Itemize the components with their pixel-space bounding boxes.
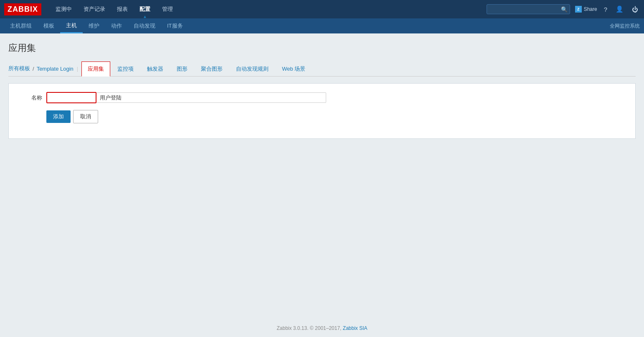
tab-triggers[interactable]: 触发器 xyxy=(141,61,170,77)
subnav-hostgroups[interactable]: 主机群组 xyxy=(4,18,38,33)
name-input-highlighted[interactable] xyxy=(46,92,96,103)
tab-screens[interactable]: 聚合图形 xyxy=(195,61,229,77)
name-input-main[interactable] xyxy=(96,92,326,103)
search-wrap: 🔍 xyxy=(487,4,570,14)
tab-applications[interactable]: 应用集 xyxy=(81,61,110,77)
share-button[interactable]: Z Share xyxy=(575,6,597,13)
add-button[interactable]: 添加 xyxy=(46,110,71,123)
footer-text: Zabbix 3.0.13. © 2001–2017, xyxy=(276,325,341,331)
user-icon[interactable]: 👤 xyxy=(614,5,625,13)
top-nav: ZABBIX 监测中 资产记录 报表 配置 管理 🔍 Z Share ? 👤 ⏻ xyxy=(0,0,644,18)
subnav-maintenance[interactable]: 维护 xyxy=(83,18,105,33)
footer-link[interactable]: Zabbix SIA xyxy=(343,325,368,331)
cancel-button[interactable]: 取消 xyxy=(73,110,98,123)
subnav-right-label: 全网监控系统 xyxy=(610,23,640,30)
tab-items[interactable]: 监控项 xyxy=(111,61,140,77)
name-label: 名称 xyxy=(17,94,42,102)
nav-reports[interactable]: 报表 xyxy=(111,0,134,18)
breadcrumb-tabs-row: 所有模板 / Template Login | 应用集 监控项 触发器 图形 聚… xyxy=(8,61,636,77)
name-field-group xyxy=(46,92,326,103)
logo[interactable]: ZABBIX xyxy=(4,3,41,15)
power-icon[interactable]: ⏻ xyxy=(630,6,640,13)
subnav-itservices[interactable]: IT服务 xyxy=(161,18,189,33)
form-area: 名称 添加 取消 xyxy=(8,83,636,139)
subnav-discovery[interactable]: 自动发现 xyxy=(128,18,161,33)
page-title: 应用集 xyxy=(8,42,636,54)
search-input[interactable] xyxy=(487,4,570,14)
tab-web-scenarios[interactable]: Web 场景 xyxy=(276,61,312,77)
page-content: 应用集 所有模板 / Template Login | 应用集 监控项 触发器 … xyxy=(0,33,644,147)
nav-config[interactable]: 配置 xyxy=(134,0,156,18)
nav-monitoring[interactable]: 监测中 xyxy=(50,0,78,18)
breadcrumb-separator: / xyxy=(33,66,34,72)
form-buttons-row: 添加 取消 xyxy=(46,110,627,123)
search-icon[interactable]: 🔍 xyxy=(561,6,568,13)
footer: Zabbix 3.0.13. © 2001–2017, Zabbix SIA xyxy=(0,319,644,337)
help-icon[interactable]: ? xyxy=(602,6,609,13)
subnav-hosts[interactable]: 主机 xyxy=(60,18,83,33)
nav-assets[interactable]: 资产记录 xyxy=(78,0,111,18)
tab-discovery-rules[interactable]: 自动发现规则 xyxy=(230,61,275,77)
breadcrumb-all-templates[interactable]: 所有模板 xyxy=(8,65,30,72)
share-icon: Z xyxy=(575,6,582,13)
nav-admin[interactable]: 管理 xyxy=(156,0,179,18)
sub-nav: 主机群组 模板 主机 维护 动作 自动发现 IT服务 全网监控系统 xyxy=(0,18,644,33)
form-name-row: 名称 xyxy=(17,92,627,103)
top-nav-right: 🔍 Z Share ? 👤 ⏻ xyxy=(487,4,640,14)
subnav-templates[interactable]: 模板 xyxy=(38,18,60,33)
subnav-actions[interactable]: 动作 xyxy=(105,18,128,33)
breadcrumb-template-name[interactable]: Template Login xyxy=(37,66,74,72)
tab-graphs[interactable]: 图形 xyxy=(170,61,194,77)
